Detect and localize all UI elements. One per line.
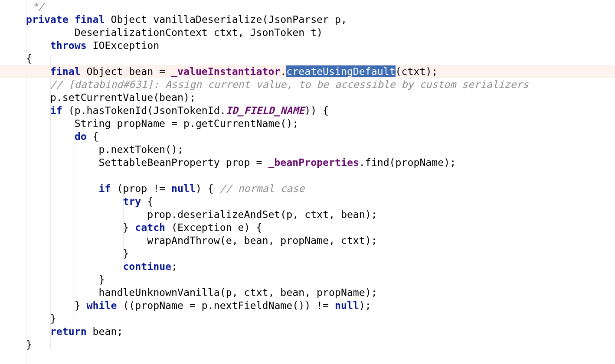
code-text: handleUnknownVanilla(p, ctxt, bean, prop…: [26, 286, 377, 298]
indent: [26, 130, 75, 142]
keyword-if: if: [99, 182, 111, 194]
indent: [26, 39, 50, 51]
code-text: }: [26, 312, 56, 324]
keyword-if: if: [50, 104, 62, 116]
code-line[interactable]: SettableBeanProperty prop = _beanPropert…: [0, 156, 615, 169]
code-text: IOException: [87, 39, 160, 51]
code-line[interactable]: }: [0, 338, 615, 351]
code-line[interactable]: private final Object vanillaDeserialize(…: [0, 13, 615, 26]
code-line[interactable]: continue;: [0, 260, 615, 273]
comment: // [databind#631]: Assign current value,…: [26, 78, 529, 90]
keyword-continue: continue: [123, 260, 171, 272]
keyword-while: while: [87, 299, 117, 311]
code-text: {: [26, 52, 32, 64]
selection-create-using-default[interactable]: createUsingDefault: [286, 65, 395, 77]
comment: */: [26, 0, 44, 12]
code-line[interactable]: if (prop != null) { // normal case: [0, 182, 615, 195]
code-text: Object bean =: [81, 65, 171, 77]
code-line[interactable]: prop.deserializeAndSet(p, ctxt, bean);: [0, 208, 615, 221]
code-text: }: [26, 273, 105, 285]
code-text: ;: [171, 260, 177, 272]
keyword-catch: catch: [135, 221, 165, 233]
indent: [26, 65, 50, 77]
code-line-highlighted[interactable]: final Object bean = _valueInstantiator.c…: [0, 65, 615, 78]
code-line[interactable]: }: [0, 247, 615, 260]
code-line[interactable]: {: [0, 52, 615, 65]
code-text: {: [87, 130, 99, 142]
code-text: (ctxt);: [396, 65, 438, 77]
code-text: }: [26, 299, 87, 311]
code-line[interactable]: if (p.hasTokenId(JsonTokenId.ID_FIELD_NA…: [0, 104, 615, 117]
indent: [26, 260, 123, 272]
code-line[interactable]: return bean;: [0, 325, 615, 338]
code-line[interactable]: }: [0, 273, 615, 286]
constant-id-field-name: ID_FIELD_NAME: [226, 104, 304, 116]
code-line[interactable]: String propName = p.getCurrentName();: [0, 117, 615, 130]
code-lines: */ private final Object vanillaDeseriali…: [0, 0, 615, 364]
indent: [26, 195, 123, 207]
indent: [26, 104, 50, 116]
field-bean-properties: _beanProperties: [268, 156, 359, 168]
code-line[interactable]: } while ((propName = p.nextFieldName()) …: [0, 299, 615, 312]
code-text: String propName = p.getCurrentName();: [26, 117, 298, 129]
keyword-throws: throws: [50, 39, 87, 51]
code-text: {: [141, 195, 153, 207]
code-text: bean;: [87, 325, 123, 337]
keyword-null: null: [171, 182, 196, 194]
code-line[interactable]: p.setCurrentValue(bean);: [0, 91, 615, 104]
code-text: (Exception e) {: [165, 221, 262, 233]
indent: [26, 182, 99, 194]
code-text: )) {: [304, 104, 329, 116]
code-text: ) {: [196, 182, 220, 194]
code-line[interactable]: }: [0, 312, 615, 325]
code-line[interactable]: try {: [0, 195, 615, 208]
code-text: SettableBeanProperty prop =: [26, 156, 268, 168]
code-line[interactable]: p.nextToken();: [0, 143, 615, 156]
code-text: DeserializationContext ctxt, JsonToken t…: [26, 26, 323, 38]
indent: [26, 325, 50, 337]
code-editor[interactable]: */ private final Object vanillaDeseriali…: [0, 0, 615, 364]
code-text: p.nextToken();: [26, 143, 183, 155]
code-line[interactable]: DeserializationContext ctxt, JsonToken t…: [0, 26, 615, 39]
code-text: Object vanillaDeserialize(JsonParser p,: [105, 13, 347, 25]
code-line[interactable]: wrapAndThrow(e, bean, propName, ctxt);: [0, 234, 615, 247]
keyword-return: return: [50, 325, 87, 337]
code-text: (prop !=: [111, 182, 171, 194]
comment: // normal case: [220, 182, 304, 194]
code-line[interactable]: [0, 169, 615, 182]
keyword-do: do: [75, 130, 87, 142]
code-line[interactable]: handleUnknownVanilla(p, ctxt, bean, prop…: [0, 286, 615, 299]
code-text: (p.hasTokenId(JsonTokenId.: [62, 104, 226, 116]
code-text: );: [359, 299, 371, 311]
code-line[interactable]: do {: [0, 130, 615, 143]
code-text: .find(propName);: [359, 156, 456, 168]
dot: .: [280, 65, 286, 77]
field-value-instantiator: _valueInstantiator: [171, 65, 280, 77]
keyword-private: private: [26, 13, 69, 25]
code-line[interactable]: // [databind#631]: Assign current value,…: [0, 78, 615, 91]
code-text: }: [26, 247, 129, 259]
keyword-null: null: [335, 299, 359, 311]
code-line[interactable]: throws IOException: [0, 39, 615, 52]
code-text: prop.deserializeAndSet(p, ctxt, bean);: [26, 208, 377, 220]
code-text: ((propName = p.nextFieldName()) !=: [117, 299, 335, 311]
code-text: }: [26, 338, 32, 350]
keyword-final: final: [75, 13, 105, 25]
code-text: p.setCurrentValue(bean);: [26, 91, 196, 103]
keyword-try: try: [123, 195, 141, 207]
code-text: wrapAndThrow(e, bean, propName, ctxt);: [26, 234, 377, 246]
code-line[interactable]: */: [0, 0, 615, 13]
keyword-final: final: [50, 65, 81, 77]
code-line[interactable]: } catch (Exception e) {: [0, 221, 615, 234]
code-text: }: [26, 221, 135, 233]
